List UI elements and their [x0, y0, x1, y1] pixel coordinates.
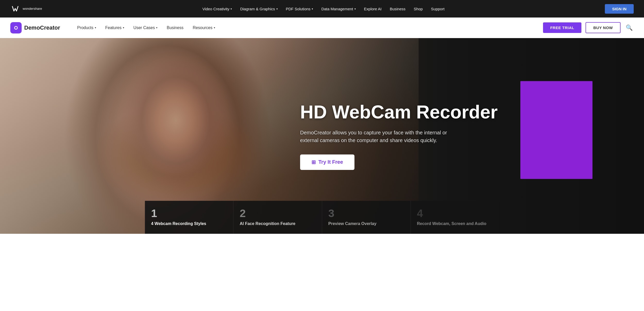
chevron-down-icon: ▾ — [276, 7, 278, 10]
feature-number-4: 4 — [417, 208, 493, 219]
democreator-logo-icon — [10, 22, 22, 33]
top-nav-item-business[interactable]: Business — [387, 5, 409, 13]
hero-description: DemoCreator allows you to capture your f… — [300, 129, 450, 144]
top-nav-item-explore-ai[interactable]: Explore AI — [361, 5, 385, 13]
chevron-down-icon: ▾ — [95, 26, 96, 29]
feature-item-1: 1 4 Webcam Recording Styles — [145, 201, 234, 234]
wondershare-logo-text: wondershare — [23, 7, 42, 11]
chevron-down-icon: ▾ — [231, 7, 232, 10]
top-nav-links: Video Creativity ▾ Diagram & Graphics ▾ … — [42, 5, 605, 13]
top-navigation: wondershare Video Creativity ▾ Diagram &… — [0, 0, 644, 18]
sec-nav-item-resources[interactable]: Resources ▾ — [189, 23, 219, 32]
chevron-down-icon: ▾ — [354, 7, 356, 10]
chevron-down-icon: ▾ — [214, 26, 215, 29]
sec-nav-actions: FREE TRIAL BUY NOW 🔍 — [543, 22, 634, 33]
hero-section: HD WebCam Recorder DemoCreator allows yo… — [0, 38, 644, 234]
feature-number-3: 3 — [328, 208, 404, 219]
top-nav-item-shop[interactable]: Shop — [411, 5, 426, 13]
sec-nav-item-products[interactable]: Products ▾ — [73, 23, 100, 32]
top-nav-item-data-management[interactable]: Data Management ▾ — [318, 5, 359, 13]
feature-label-2: AI Face Recognition Feature — [240, 221, 316, 227]
search-icon: 🔍 — [626, 24, 633, 31]
feature-item-4: 4 Record Webcam, Screen and Audio — [411, 201, 499, 234]
sec-nav-links: Products ▾ Features ▾ User Cases ▾ Busin… — [73, 23, 543, 32]
feature-item-2: 2 AI Face Recognition Feature — [234, 201, 322, 234]
chevron-down-icon: ▾ — [312, 7, 313, 10]
sec-nav-item-user-cases[interactable]: User Cases ▾ — [129, 23, 162, 32]
democreator-icon-svg — [12, 24, 20, 31]
try-it-free-button[interactable]: ⊞ Try It Free — [300, 154, 354, 170]
democreator-brand[interactable]: DemoCreator — [10, 22, 60, 33]
svg-point-2 — [15, 27, 17, 29]
feature-number-1: 1 — [151, 208, 227, 219]
hero-title: HD WebCam Recorder — [300, 102, 623, 122]
feature-label-1: 4 Webcam Recording Styles — [151, 221, 227, 227]
wondershare-logo[interactable]: wondershare — [10, 4, 42, 14]
top-nav-item-pdf-solutions[interactable]: PDF Solutions ▾ — [283, 5, 316, 13]
chevron-down-icon: ▾ — [123, 26, 124, 29]
search-button[interactable]: 🔍 — [625, 23, 634, 32]
top-nav-item-support[interactable]: Support — [428, 5, 448, 13]
secondary-navigation: DemoCreator Products ▾ Features ▾ User C… — [0, 18, 644, 38]
brand-name-text: DemoCreator — [24, 24, 60, 31]
feature-label-3: Preview Camera Overlay — [328, 221, 404, 227]
chevron-down-icon: ▾ — [156, 26, 157, 29]
top-nav-actions: SIGN IN — [605, 4, 634, 14]
features-bar: 1 4 Webcam Recording Styles 2 AI Face Re… — [145, 201, 499, 234]
wondershare-logo-icon — [10, 4, 20, 14]
feature-label-4: Record Webcam, Screen and Audio — [417, 221, 493, 227]
buy-now-button[interactable]: BUY NOW — [586, 22, 621, 33]
feature-number-2: 2 — [240, 208, 316, 219]
feature-item-3: 3 Preview Camera Overlay — [322, 201, 411, 234]
top-nav-item-video-creativity[interactable]: Video Creativity ▾ — [199, 5, 235, 13]
top-nav-item-diagram-graphics[interactable]: Diagram & Graphics ▾ — [237, 5, 281, 13]
free-trial-button[interactable]: FREE TRIAL — [543, 22, 581, 33]
sec-nav-item-features[interactable]: Features ▾ — [101, 23, 128, 32]
sign-in-button[interactable]: SIGN IN — [605, 4, 634, 14]
sec-nav-item-business[interactable]: Business — [163, 23, 188, 32]
try-it-free-label: Try It Free — [318, 159, 343, 165]
windows-icon: ⊞ — [311, 159, 316, 165]
